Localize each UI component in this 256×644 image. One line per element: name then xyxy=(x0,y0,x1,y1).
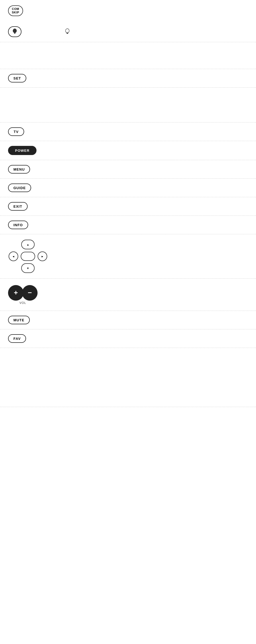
spacer-2 xyxy=(0,88,256,123)
svg-point-0 xyxy=(13,29,17,33)
dpad-up-button[interactable]: ▲ xyxy=(21,240,35,249)
exit-section: EXIT xyxy=(0,197,256,216)
tv-section: TV xyxy=(0,123,256,141)
volume-label: VOL xyxy=(19,301,26,304)
info-section: INFO xyxy=(0,216,256,234)
light-active-button[interactable] xyxy=(8,26,21,37)
spacer-bottom xyxy=(0,348,256,407)
fav-section: FAV xyxy=(0,329,256,348)
guide-section: GUIDE xyxy=(0,179,256,197)
light-section xyxy=(0,21,256,42)
dpad-center-button[interactable] xyxy=(21,252,35,261)
tv-button[interactable]: TV xyxy=(8,127,24,136)
info-button[interactable]: INFO xyxy=(8,221,28,229)
guide-button[interactable]: GUIDE xyxy=(8,184,31,192)
vol-buttons-row: + − xyxy=(8,285,38,301)
dpad-right-button[interactable]: ► xyxy=(38,251,47,261)
dpad-section: ▲ ◄ ► ▼ xyxy=(0,234,256,279)
volume-section: + − VOL xyxy=(0,279,256,311)
spacer-1 xyxy=(0,42,256,69)
dpad-left-button[interactable]: ◄ xyxy=(9,251,18,261)
com-skip-line2: SKIP xyxy=(12,11,19,14)
svg-rect-1 xyxy=(14,33,15,33)
volume-group: + − VOL xyxy=(8,285,38,304)
exit-button[interactable]: EXIT xyxy=(8,202,28,211)
com-skip-button[interactable]: COM SKIP xyxy=(8,5,23,16)
volume-up-button[interactable]: + xyxy=(8,285,24,301)
menu-section: MENU xyxy=(0,160,256,179)
dpad-down-button[interactable]: ▼ xyxy=(21,263,35,273)
svg-point-4 xyxy=(65,29,69,33)
fav-button[interactable]: FAV xyxy=(8,334,26,343)
power-button[interactable]: POWER xyxy=(8,146,36,155)
bulb-filled-icon xyxy=(12,28,18,35)
set-section: SET xyxy=(0,69,256,88)
set-button[interactable]: SET xyxy=(8,74,26,82)
directional-pad: ▲ ◄ ► ▼ xyxy=(8,239,48,274)
bulb-outline-icon xyxy=(64,28,70,35)
menu-button[interactable]: MENU xyxy=(8,165,30,174)
power-section: POWER xyxy=(0,141,256,160)
com-skip-section: COM SKIP xyxy=(0,0,256,21)
spacer-final xyxy=(0,407,256,461)
volume-down-button[interactable]: − xyxy=(22,285,38,301)
mute-section: MUTE xyxy=(0,311,256,329)
mute-button[interactable]: MUTE xyxy=(8,316,30,324)
com-skip-line1: COM xyxy=(12,7,19,11)
